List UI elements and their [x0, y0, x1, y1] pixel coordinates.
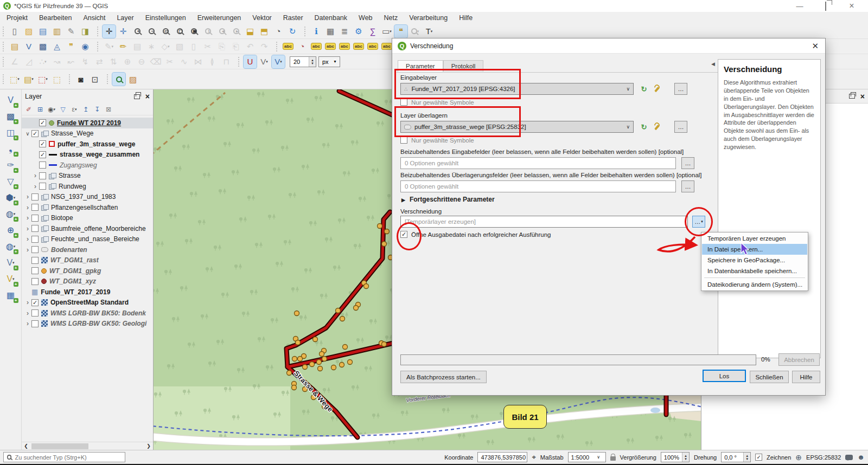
search-input[interactable] [15, 454, 122, 461]
new-spatial-bookmark-button[interactable]: ⬓ [244, 25, 257, 38]
keep-overlay-fields-value[interactable]: 0 Optionen gewählt [400, 180, 676, 192]
layer-visibility-checkbox[interactable] [31, 267, 39, 274]
layer-visibility-checkbox[interactable] [31, 257, 39, 264]
add-mssql-layer-button[interactable]: ◍▾ [4, 208, 18, 221]
layer-label[interactable]: Pflanzengesellschaften [51, 204, 118, 211]
show-bookmarks-button[interactable]: ⬒ [258, 25, 271, 38]
coordinate-value[interactable]: 473876,5397850 [477, 452, 527, 462]
osm-edit-button[interactable]: ▨ [126, 73, 139, 86]
pin-labels-button[interactable]: abc [310, 40, 323, 53]
close-panel-icon[interactable]: × [145, 93, 150, 100]
menu-ansicht[interactable]: Ansicht [83, 14, 105, 22]
processing-toolbox-button[interactable]: ⚙ [352, 25, 365, 38]
layer-tree-row[interactable]: WT_DGM1_gpkg [22, 266, 153, 276]
expander-closed-icon[interactable]: › [24, 193, 31, 201]
layer-tree-row[interactable]: ✓puffer_3m_strasse_wege [22, 139, 153, 150]
filter-by-expression-button[interactable]: ε▾ [69, 105, 79, 114]
enable-tracing-dropdown-icon[interactable]: ▾ [280, 60, 282, 64]
add-delimited-text-layer-button[interactable]: ❟ [4, 143, 18, 156]
expand-all-button[interactable]: ↥ [81, 105, 91, 114]
menu-hilfe[interactable]: Hilfe [459, 14, 473, 22]
stepper-arrows-icon[interactable]: ▲▼ [309, 57, 316, 67]
toolbar-drag-handle[interactable] [3, 42, 5, 51]
menu-einstellungen[interactable]: Einstellungen [145, 14, 186, 22]
menu-item-2[interactable]: Speichere in GeoPackage... [702, 255, 807, 266]
add-postgis-layer-button[interactable]: ⬢▾ [4, 191, 18, 204]
menu-item-4[interactable]: Dateikodierung ändern (System)... [702, 279, 807, 290]
select-by-location-button[interactable]: ⊡ [88, 73, 101, 86]
dialog-close-icon[interactable]: ✕ [812, 41, 819, 51]
open-output-checkbox[interactable]: ✓ [400, 231, 407, 238]
layout-manager-button[interactable]: ✎ [65, 25, 78, 38]
globe-crs-icon[interactable]: ⊕ [795, 453, 802, 462]
zoom-to-selection-button[interactable]: ▢ [173, 25, 186, 38]
show-statistics-button[interactable]: ∑ [366, 25, 379, 38]
toolbar-drag-handle[interactable] [107, 74, 109, 84]
layer-tree-row[interactable]: ›WMS LGRB-BW GK50: Geologi [22, 319, 153, 330]
remove-layer-button[interactable]: ⊠ [104, 105, 113, 114]
add-mssql-layer-dropdown-icon[interactable]: ▾ [14, 212, 16, 216]
stepper-arrows-icon[interactable]: ▲▼ [743, 453, 750, 462]
manage-map-themes-dropdown-icon[interactable]: ▾ [53, 107, 55, 112]
menu-erweiterungen[interactable]: Erweiterungen [197, 14, 241, 22]
menu-bearbeiten[interactable]: Bearbeiten [39, 14, 72, 22]
show-hidden-labels-button[interactable]: abc [324, 40, 337, 53]
layer-visibility-checkbox[interactable] [31, 320, 39, 327]
expander-closed-icon[interactable]: › [24, 246, 31, 254]
rotation-stepper[interactable]: 0,0 ° ▲▼ [721, 452, 751, 462]
overlay-layer-combo[interactable]: puffer_3m_strasse_wege [EPSG:25832] ∨ [400, 121, 634, 133]
advanced-options-button[interactable] [652, 83, 661, 95]
minimize-button[interactable]: — [794, 2, 805, 10]
add-vector-layer-button[interactable]: V [4, 94, 18, 107]
layer-visibility-checkbox[interactable] [31, 309, 39, 317]
menu-datenbank[interactable]: Datenbank [315, 14, 347, 22]
tab-parameter[interactable]: Parameter [398, 60, 443, 72]
add-vector-layer-button[interactable]: V [22, 40, 35, 53]
layer-diagram-button[interactable]: ◔ [296, 40, 309, 53]
layer-visibility-checkbox[interactable]: ✓ [39, 140, 46, 147]
snapping-tolerance-stepper[interactable]: 20 ▲▼ [290, 56, 316, 67]
layer-visibility-checkbox[interactable] [31, 225, 39, 232]
layer-visibility-checkbox[interactable] [31, 215, 39, 222]
menu-projekt[interactable]: Projekt [7, 14, 28, 22]
layer-tree-row[interactable]: ›WMS LGRB-BW BK50: Bodenk [22, 308, 153, 319]
input-layer-combo[interactable]: ∴ Funde_WT_2017_2019 [EPSG:4326] ∨ [400, 83, 634, 95]
layer-tree-row[interactable]: ›✓OpenStreetMap Standard [22, 298, 153, 308]
add-wcs-layer-button[interactable]: ◍▾ [4, 240, 18, 253]
zoom-full-button[interactable]: ▭ [159, 25, 172, 38]
menu-netz[interactable]: Netz [384, 14, 398, 22]
float-panel-icon[interactable] [134, 94, 140, 99]
expander-closed-icon[interactable]: › [24, 299, 31, 306]
menu-layer[interactable]: Layer [117, 14, 133, 22]
map-tips-button[interactable]: ❝ [394, 25, 407, 38]
menu-item-3[interactable]: In Datenbanktabelle speichern... [702, 266, 807, 276]
layer-label[interactable]: NSG_1937_und_1983 [51, 193, 116, 201]
style-manager-button[interactable]: ◨ [79, 25, 92, 38]
menu-item-1[interactable]: In Datei speichern... [702, 244, 807, 255]
locator-search[interactable] [3, 452, 125, 462]
deselect-all-dropdown-icon[interactable]: ▾ [46, 77, 48, 81]
expander-closed-icon[interactable]: › [31, 172, 39, 179]
stepper-arrows-icon[interactable]: ▲▼ [682, 453, 689, 462]
layer-label[interactable]: WT_DGM1_rast [50, 256, 99, 264]
current-edits-dropdown-icon[interactable]: ▾ [112, 44, 114, 49]
enable-snapping-button[interactable]: U [244, 55, 257, 68]
layer-visibility-checkbox[interactable]: ✓ [39, 151, 46, 158]
layer-label[interactable]: Funde_WT_2017_2019 [41, 288, 110, 296]
toolbar-drag-handle[interactable] [304, 27, 307, 36]
layer-tree-row[interactable]: ›Rundweg [22, 181, 153, 192]
run-button[interactable]: Los [703, 370, 746, 382]
layer-visibility-checkbox[interactable] [31, 278, 39, 285]
layer-visibility-checkbox[interactable]: ✓ [39, 119, 46, 126]
vertex-tool-dropdown-icon[interactable]: ▾ [168, 44, 170, 49]
datasource-manager-button[interactable]: ▤ [8, 40, 21, 53]
layer-tree-row[interactable]: Zugangsweg [22, 160, 153, 171]
open-layer-styling-button[interactable]: ✐ [24, 105, 34, 114]
temporal-controller-button[interactable]: ◔ [272, 25, 285, 38]
advanced-options-button[interactable] [652, 121, 661, 133]
add-raster-layer-button[interactable]: ▩ [4, 110, 18, 123]
layer-visibility-checkbox[interactable] [39, 183, 46, 190]
identify-features-button[interactable]: ℹ [310, 25, 323, 38]
scroll-right-icon[interactable]: ❯ [144, 443, 153, 449]
layer-label[interactable]: WMS LGRB-BW GK50: Geologi [50, 320, 146, 327]
